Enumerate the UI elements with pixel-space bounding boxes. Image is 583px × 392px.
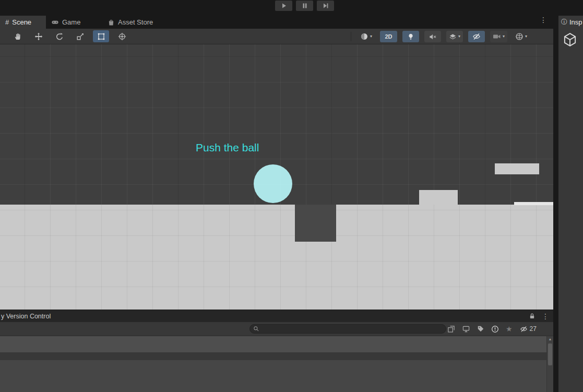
- tab-inspector[interactable]: ⓘ Insp: [558, 16, 583, 29]
- unity-editor-window: # Scene Game Asset Store ⋮: [0, 0, 583, 392]
- search-input[interactable]: [261, 326, 443, 332]
- tab-asset-store[interactable]: Asset Store: [102, 16, 158, 29]
- shaded-sphere-icon: [360, 32, 368, 41]
- transform-tools: [9, 30, 130, 42]
- audio-mute-toggle[interactable]: [424, 31, 441, 42]
- lightbulb-icon: [407, 33, 414, 41]
- play-mode-bar: [0, 0, 583, 11]
- play-icon: [281, 3, 287, 9]
- tag-icon[interactable]: [477, 325, 484, 332]
- move-tool-icon: [34, 32, 43, 41]
- ground-platform[interactable]: [0, 205, 553, 310]
- ground-gap[interactable]: [295, 205, 336, 242]
- list-item[interactable]: [0, 336, 546, 352]
- rect-tool-button[interactable]: [93, 30, 109, 42]
- toolbar-separator: [351, 32, 351, 41]
- speaker-muted-icon: [429, 33, 437, 41]
- tab-game[interactable]: Game: [46, 16, 86, 29]
- tab-game-label: Game: [62, 18, 80, 26]
- inspector-tab-strip: ⓘ Insp: [558, 11, 583, 29]
- row-separator: [0, 352, 546, 360]
- list-item[interactable]: [0, 360, 546, 392]
- search-icon: [253, 326, 259, 332]
- tab-asset-store-label: Asset Store: [118, 18, 153, 26]
- lighting-toggle[interactable]: [402, 31, 419, 42]
- camera-dropdown[interactable]: ▾: [490, 31, 507, 42]
- view-tab-bar: # Scene Game Asset Store ⋮: [0, 11, 553, 29]
- play-button[interactable]: [275, 1, 292, 11]
- rect-tool-icon: [97, 32, 105, 41]
- eye-crossed-icon: [472, 32, 481, 41]
- transform-tool-button[interactable]: [114, 30, 130, 42]
- floating-platform[interactable]: [495, 163, 539, 174]
- bottom-panel-toolbar: ★ 27: [0, 322, 553, 336]
- vertical-scrollbar[interactable]: ▲: [546, 336, 553, 392]
- device-connection-icon[interactable]: [462, 325, 470, 333]
- pause-icon: [302, 3, 308, 9]
- raised-platform-edge[interactable]: [514, 202, 553, 205]
- chevron-down-icon: ▾: [503, 34, 505, 39]
- tab-inspector-label: Insp: [569, 18, 582, 26]
- gizmos-dropdown[interactable]: ▾: [513, 31, 530, 42]
- scene-text-object[interactable]: Push the ball: [196, 141, 259, 154]
- alert-circle-icon[interactable]: [491, 325, 499, 333]
- eye-crossed-icon: [519, 325, 528, 333]
- open-external-icon[interactable]: [447, 325, 455, 333]
- rotate-tool-button[interactable]: [51, 30, 67, 42]
- scroll-up-arrow-icon[interactable]: ▲: [547, 337, 553, 342]
- search-field[interactable]: [249, 324, 446, 334]
- gizmo-sphere-icon: [515, 32, 523, 41]
- step-icon: [323, 3, 329, 9]
- mode-2d-label: 2D: [385, 33, 392, 40]
- chevron-down-icon: ▾: [370, 34, 372, 39]
- hidden-count-toggle[interactable]: 27: [519, 325, 537, 333]
- unity-cube-icon: [563, 32, 577, 47]
- scale-tool-icon: [76, 32, 85, 41]
- tab-scene[interactable]: # Scene: [0, 16, 46, 29]
- play-controls: [275, 1, 334, 11]
- hand-tool-icon: [14, 32, 22, 41]
- tab-menu-icon[interactable]: ⋮: [540, 16, 547, 23]
- layers-icon: [449, 33, 457, 41]
- lock-icon[interactable]: [529, 313, 536, 319]
- transform-tool-icon: [118, 32, 126, 41]
- mode-2d-toggle[interactable]: 2D: [380, 31, 397, 42]
- tab-version-control-label[interactable]: y Version Control: [1, 313, 51, 320]
- step-button[interactable]: [317, 1, 334, 11]
- toolbar-icons: ★ 27: [447, 324, 537, 334]
- hand-tool-button[interactable]: [9, 30, 26, 42]
- ball-object[interactable]: [254, 164, 292, 203]
- scene-visibility-toggle[interactable]: [468, 31, 485, 42]
- scale-tool-button[interactable]: [72, 30, 88, 42]
- scene-view-options: ▾ 2D ▾: [351, 31, 530, 42]
- panel-menu-icon[interactable]: ⋮: [542, 313, 549, 320]
- draw-mode-dropdown[interactable]: ▾: [358, 31, 375, 42]
- chevron-down-icon: ▾: [458, 34, 460, 39]
- scrollbar-thumb[interactable]: [548, 343, 552, 365]
- step-platform[interactable]: [419, 190, 458, 205]
- inspector-panel: ⓘ Insp: [558, 11, 583, 392]
- scene-grid-icon: #: [5, 18, 9, 26]
- info-icon: ⓘ: [561, 18, 567, 27]
- star-icon[interactable]: ★: [506, 325, 513, 332]
- camera-icon: [493, 33, 501, 40]
- shopping-bag-icon: [108, 19, 115, 26]
- hidden-count-value: 27: [530, 325, 537, 332]
- move-tool-button[interactable]: [30, 30, 46, 42]
- effects-dropdown[interactable]: ▾: [446, 31, 463, 42]
- scene-view-toolbar: ▾ 2D ▾: [0, 29, 553, 44]
- scene-view-canvas[interactable]: Push the ball: [0, 44, 553, 310]
- bottom-panel-tab-bar: y Version Control ⋮: [0, 310, 553, 322]
- rotate-tool-icon: [55, 32, 64, 41]
- pause-button[interactable]: [296, 1, 313, 11]
- panel-splitter[interactable]: [553, 11, 558, 392]
- bottom-panel-content: ▲: [0, 336, 553, 392]
- chevron-down-icon: ▾: [525, 34, 527, 39]
- tab-scene-label: Scene: [12, 18, 31, 26]
- gamepad-icon: [51, 18, 59, 26]
